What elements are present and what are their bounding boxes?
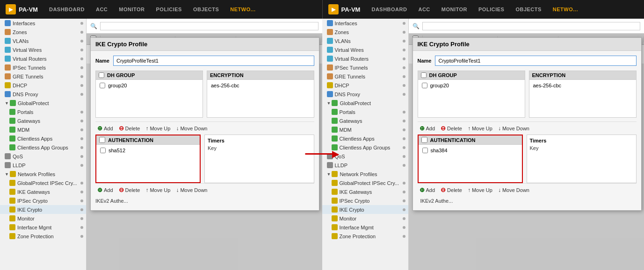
nav-acc-right[interactable]: ACC xyxy=(412,0,435,19)
sidebar-item-qos-right[interactable]: QoS xyxy=(322,152,408,161)
sidebar-item-gre-right[interactable]: GRE Tunnels xyxy=(322,72,408,81)
left-add-btn-bottom[interactable]: ⊕Add xyxy=(95,185,115,194)
left-delete-btn-top[interactable]: ⊖Delete xyxy=(117,124,142,133)
sidebar-item-globalprotect-right[interactable]: ▼ GlobalProtect xyxy=(322,99,408,107)
sidebar-item-dhcp-left[interactable]: DHCP xyxy=(0,81,86,90)
ipsec-icon-right xyxy=(327,64,333,71)
dot-ikecrypto-right xyxy=(403,208,405,211)
sidebar-item-networkprofiles-left[interactable]: ▼ Network Profiles xyxy=(0,170,86,178)
sidebar-item-interfaces-right[interactable]: Interfaces xyxy=(322,19,408,28)
dhcp-icon-left xyxy=(5,82,11,88)
left-add-btn-top[interactable]: ⊕Add xyxy=(95,124,115,133)
sidebar-item-interfaces-left[interactable]: Interfaces xyxy=(0,19,86,28)
sidebar-item-ikegateways-left[interactable]: IKE Gateways xyxy=(0,187,86,196)
sidebar-item-gpipseccrypto-right[interactable]: GlobalProtect IPSec Cry... xyxy=(322,178,408,187)
right-name-input[interactable] xyxy=(435,56,636,66)
sidebar-item-virtualrouters-right[interactable]: Virtual Routers xyxy=(322,54,408,63)
sidebar-item-monitor-right[interactable]: Monitor xyxy=(322,214,408,223)
right-delete-btn-bottom[interactable]: ⊖Delete xyxy=(439,185,464,194)
nav-network-left[interactable]: NETWO... xyxy=(224,0,261,19)
left-moveup-btn-top[interactable]: ↑Move Up xyxy=(144,124,172,133)
left-dh-body: group20 xyxy=(96,80,203,117)
nav-dashboard-right[interactable]: DASHBOARD xyxy=(366,0,412,19)
sidebar-item-vlans-left[interactable]: VLANs xyxy=(0,36,86,45)
nav-network-right[interactable]: NETWO... xyxy=(547,0,584,19)
sidebar-item-virtualwires-left[interactable]: Virtual Wires xyxy=(0,45,86,54)
sidebar-item-gpipseccrypto-left[interactable]: GlobalProtect IPSec Cry... xyxy=(0,178,86,187)
portals-icon-right xyxy=(332,109,338,115)
sidebar-item-zones-right[interactable]: Zones xyxy=(322,28,408,36)
left-dh-item-0-checkbox[interactable] xyxy=(100,83,105,88)
sidebar-item-ikegateways-right[interactable]: IKE Gateways xyxy=(322,187,408,196)
right-search-input[interactable] xyxy=(422,22,641,30)
sidebar-item-virtualrouters-left[interactable]: Virtual Routers xyxy=(0,54,86,63)
left-auth-item-0-checkbox[interactable] xyxy=(100,148,106,153)
sidebar-item-lldp-left[interactable]: LLDP xyxy=(0,161,86,170)
nav-objects-right[interactable]: OBJECTS xyxy=(510,0,547,19)
left-auth-select-all[interactable] xyxy=(99,137,105,143)
sidebar-item-interfacemgmt-right[interactable]: Interface Mgmt xyxy=(322,223,408,232)
sidebar-item-ipseccrypto-right[interactable]: IPSec Crypto xyxy=(322,196,408,205)
right-dh-select-all[interactable] xyxy=(421,72,427,78)
sidebar-item-gre-left[interactable]: GRE Tunnels xyxy=(0,72,86,81)
right-modal-overlay: IKE Crypto Profile Name DH GROUP xyxy=(409,34,644,270)
right-movedown-btn-bottom[interactable]: ↓Move Down xyxy=(496,186,531,194)
left-sidebar: Interfaces Zones VLANs Virtual Wires Vir xyxy=(0,19,87,270)
nav-dashboard-left[interactable]: DASHBOARD xyxy=(43,0,90,19)
right-auth-select-all[interactable] xyxy=(421,137,427,143)
sidebar-item-lldp-right[interactable]: LLDP xyxy=(322,161,408,170)
sidebar-item-vlans-right[interactable]: VLANs xyxy=(322,36,408,45)
nav-monitor-right[interactable]: MONITOR xyxy=(436,0,473,19)
sidebar-item-gateways-right[interactable]: Gateways xyxy=(322,116,408,125)
sidebar-item-clientlessappgroups-left[interactable]: Clientless App Groups xyxy=(0,143,86,152)
sidebar-item-ipsec-left[interactable]: IPSec Tunnels xyxy=(0,63,86,72)
sidebar-item-clientlessapps-right[interactable]: Clientless Apps xyxy=(322,134,408,143)
ikegateways-icon-right xyxy=(332,189,338,195)
left-moveup-btn-bottom[interactable]: ↑Move Up xyxy=(144,186,172,194)
sidebar-item-qos-left[interactable]: QoS xyxy=(0,152,86,161)
sidebar-item-monitor-left[interactable]: Monitor xyxy=(0,214,86,223)
sidebar-item-portals-left[interactable]: Portals xyxy=(0,107,86,116)
sidebar-item-clientlessapps-left[interactable]: Clientless Apps xyxy=(0,134,86,143)
nav-monitor-left[interactable]: MONITOR xyxy=(113,0,150,19)
right-dh-item-0-checkbox[interactable] xyxy=(422,83,427,88)
sidebar-item-ipseccrypto-left[interactable]: IPSec Crypto xyxy=(0,196,86,205)
right-movedown-btn-top[interactable]: ↓Move Down xyxy=(496,124,531,133)
sidebar-item-ikecrypto-left[interactable]: IKE Crypto xyxy=(0,205,86,214)
left-name-input[interactable] xyxy=(113,56,314,66)
sidebar-item-zones-left[interactable]: Zones xyxy=(0,28,86,36)
sidebar-item-ipsec-right[interactable]: IPSec Tunnels xyxy=(322,63,408,72)
nav-policies-right[interactable]: POLICIES xyxy=(473,0,510,19)
sidebar-item-mdm-right[interactable]: MDM xyxy=(322,125,408,134)
sidebar-item-mdm-left[interactable]: MDM xyxy=(0,125,86,134)
sidebar-item-globalprotect-left[interactable]: ▼ GlobalProtect xyxy=(0,99,86,107)
left-movedown-btn-bottom[interactable]: ↓Move Down xyxy=(174,186,209,194)
right-modal-name-row: Name xyxy=(418,56,637,66)
sidebar-item-interfacemgmt-left[interactable]: Interface Mgmt xyxy=(0,223,86,232)
right-delete-btn-top[interactable]: ⊖Delete xyxy=(439,124,464,133)
sidebar-item-dhcp-right[interactable]: DHCP xyxy=(322,81,408,90)
right-add-btn-bottom[interactable]: ⊕Add xyxy=(418,185,437,194)
left-delete-btn-bottom[interactable]: ⊖Delete xyxy=(117,185,142,194)
sidebar-item-portals-right[interactable]: Portals xyxy=(322,107,408,116)
sidebar-item-ikecrypto-right[interactable]: IKE Crypto xyxy=(322,205,408,214)
sidebar-item-dnsproxy-right[interactable]: DNS Proxy xyxy=(322,90,408,99)
right-moveup-btn-bottom[interactable]: ↑Move Up xyxy=(466,186,494,194)
nav-objects-left[interactable]: OBJECTS xyxy=(188,0,224,19)
nav-acc-left[interactable]: ACC xyxy=(90,0,113,19)
left-search-input[interactable] xyxy=(100,22,318,30)
sidebar-item-networkprofiles-right[interactable]: ▼ Network Profiles xyxy=(322,170,408,178)
sidebar-item-zoneprotection-left[interactable]: Zone Protection xyxy=(0,232,86,241)
sidebar-item-clientlessappgroups-right[interactable]: Clientless App Groups xyxy=(322,143,408,152)
left-movedown-btn-top[interactable]: ↓Move Down xyxy=(174,124,209,133)
right-add-btn-top[interactable]: ⊕Add xyxy=(418,124,437,133)
sidebar-item-zoneprotection-right[interactable]: Zone Protection xyxy=(322,232,408,241)
sidebar-item-virtualwires-right[interactable]: Virtual Wires xyxy=(322,45,408,54)
left-dh-select-all[interactable] xyxy=(99,72,104,78)
left-logo-text: PA-VM xyxy=(19,6,38,13)
right-moveup-btn-top[interactable]: ↑Move Up xyxy=(466,124,494,133)
nav-policies-left[interactable]: POLICIES xyxy=(151,0,188,19)
sidebar-item-dnsproxy-left[interactable]: DNS Proxy xyxy=(0,90,86,99)
sidebar-item-gateways-left[interactable]: Gateways xyxy=(0,116,86,125)
right-auth-item-0-checkbox[interactable] xyxy=(422,148,428,153)
